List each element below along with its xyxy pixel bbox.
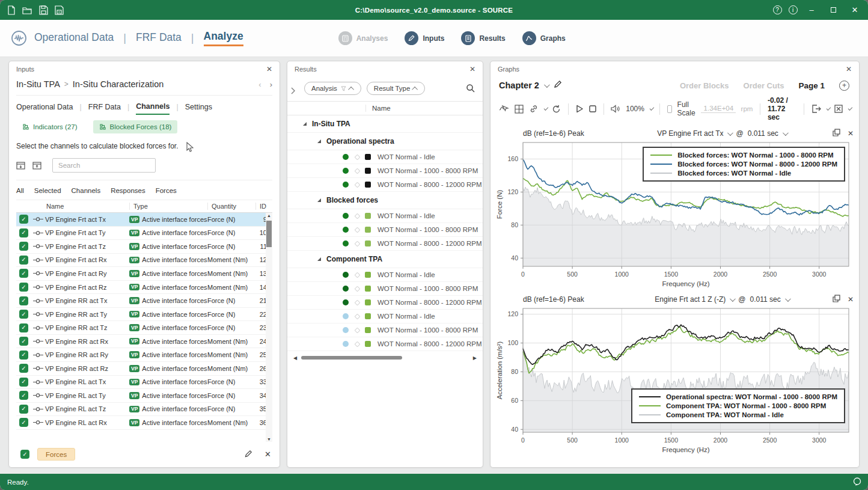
page-label[interactable]: Page 1 (798, 81, 825, 90)
diamond-icon[interactable] (355, 299, 361, 305)
collapse-triangle-icon[interactable] (317, 257, 321, 261)
tab-operational-data[interactable]: Operational Data (16, 103, 73, 114)
table-row[interactable]: ✓VP Engine RR act TxVPActive interface f… (16, 294, 266, 308)
tree-item[interactable]: WOT Normal - 1000 - 8000 RPM (287, 223, 483, 237)
row-checkbox[interactable]: ✓ (19, 405, 28, 414)
tree-item[interactable]: WOT Normal - 8000 - 12000 RPM (287, 296, 483, 310)
vertical-scrollbar[interactable]: ▲ ▼ (266, 213, 272, 442)
tree-group[interactable]: Blocked forces (287, 192, 483, 209)
row-checkbox[interactable]: ✓ (19, 215, 28, 224)
hscrollbar-thumb[interactable] (301, 356, 402, 360)
search-input[interactable] (52, 158, 156, 173)
chapter-dropdown[interactable]: Chapter 2 (499, 81, 548, 90)
scroll-up-icon[interactable]: ▲ (266, 213, 272, 218)
filter-selected[interactable]: Selected (34, 187, 61, 194)
maximize-button[interactable] (824, 2, 843, 18)
results-button[interactable]: Results (461, 31, 505, 45)
breadcrumb-parent[interactable]: In-Situ TPA (16, 79, 60, 89)
diamond-icon[interactable] (355, 182, 361, 188)
scrollbar-thumb[interactable] (266, 221, 272, 247)
save-as-icon[interactable] (55, 5, 64, 15)
row-checkbox[interactable]: ✓ (19, 256, 28, 265)
row-checkbox[interactable]: ✓ (19, 323, 28, 332)
inputs-close-icon[interactable]: ✕ (265, 65, 274, 73)
breadcrumb-back-icon[interactable]: ‹ (258, 80, 261, 89)
nav-tab-analyze[interactable]: Analyze (204, 30, 243, 46)
acceleration-spectrum-chart[interactable]: 050010001500200025003000406080100120Freq… (495, 305, 855, 455)
add-page-icon[interactable]: + (839, 81, 849, 91)
channel-selector[interactable]: VP Engine Frt act Tx (657, 129, 723, 138)
nav-tab-operational-data[interactable]: Operational Data (34, 31, 114, 46)
deselect-icon[interactable] (834, 105, 843, 113)
scroll-right-icon[interactable]: ▶ (473, 355, 477, 361)
tab-frf-data[interactable]: FRF Data (88, 103, 121, 114)
link-icon[interactable] (529, 105, 539, 113)
collapse-triangle-icon[interactable] (317, 139, 321, 143)
play-icon[interactable] (576, 105, 584, 113)
breadcrumb-forward-icon[interactable]: › (270, 80, 272, 89)
table-row[interactable]: ✓VP Engine RL act TxVPActive interface f… (16, 376, 266, 390)
full-scale-checkbox[interactable] (667, 105, 672, 113)
horizontal-scrollbar[interactable]: ◀ ▶ (293, 355, 477, 361)
tab-channels[interactable]: Channels (136, 102, 170, 115)
channel-selector[interactable]: Engine Frt act 1 Z (-Z) (655, 295, 726, 304)
stop-icon[interactable] (589, 105, 596, 112)
tree-root[interactable]: In-Situ TPA (287, 115, 483, 133)
link-chevron-icon[interactable] (544, 106, 549, 111)
inputs-button[interactable]: Inputs (405, 31, 444, 45)
collapse-all-icon[interactable] (16, 161, 25, 170)
tree-group[interactable]: Component TPA (287, 251, 483, 268)
row-checkbox[interactable]: ✓ (19, 351, 28, 360)
chevron-down-icon[interactable] (727, 130, 733, 136)
diamond-icon[interactable] (355, 313, 361, 319)
close-button[interactable]: ✕ (845, 2, 864, 18)
table-row[interactable]: ✓VP Engine RL act RxVPActive interface f… (16, 416, 266, 430)
new-file-icon[interactable] (7, 5, 16, 15)
cursor-tool-icon[interactable] (499, 104, 509, 114)
table-row[interactable]: ✓VP Engine RR act TyVPActive interface f… (16, 308, 266, 322)
diamond-icon[interactable] (355, 240, 361, 247)
deselect-chevron-icon[interactable] (848, 106, 852, 111)
table-row[interactable]: ✓VP Engine Frt act RxVPActive interface … (16, 254, 266, 268)
tree-group[interactable]: Operational spectra (287, 133, 483, 150)
diamond-icon[interactable] (355, 286, 361, 292)
grid-layout-icon[interactable] (515, 105, 524, 114)
tab-settings[interactable]: Settings (185, 103, 212, 114)
notification-bubble-icon[interactable] (852, 477, 862, 488)
expand-panel-icon[interactable] (290, 87, 296, 97)
table-row[interactable]: ✓VP Engine RR act RxVPActive interface f… (16, 335, 266, 349)
diamond-icon[interactable] (355, 327, 361, 333)
table-row[interactable]: ✓VP Engine Frt act RyVPActive interface … (16, 267, 266, 281)
diamond-icon[interactable] (355, 213, 361, 219)
blocked-forces-chip[interactable]: Blocked Forces (18) (93, 120, 178, 133)
export-icon[interactable] (811, 105, 821, 113)
filter-responses[interactable]: Responses (111, 187, 145, 194)
table-row[interactable]: ✓VP Engine Frt act TxVPActive interface … (16, 213, 266, 227)
diamond-icon[interactable] (355, 168, 361, 174)
copy-chart-icon[interactable] (833, 129, 840, 138)
help-icon[interactable]: ? (771, 4, 784, 17)
filter-forces[interactable]: Forces (156, 187, 177, 194)
forces-tag[interactable]: Forces (37, 448, 75, 461)
close-chart-icon[interactable]: ✕ (848, 295, 854, 304)
nav-tab-frf-data[interactable]: FRF Data (136, 31, 182, 46)
row-checkbox[interactable]: ✓ (19, 391, 28, 400)
graphs-close-icon[interactable]: ✕ (845, 65, 853, 73)
chevron-down-icon[interactable] (730, 296, 736, 302)
scroll-down-icon[interactable]: ▼ (266, 437, 272, 441)
tree-item[interactable]: WOT Normal - 1000 - 8000 RPM (287, 164, 483, 178)
tree-item[interactable]: WOT Normal - 1000 - 8000 RPM (287, 282, 483, 296)
volume-value[interactable]: 100% (626, 105, 644, 113)
results-close-icon[interactable]: ✕ (468, 65, 477, 73)
tree-item[interactable]: WOT Normal - 8000 - 12000 RPM (287, 178, 483, 192)
rpm-input[interactable]: 1.34E+04 (701, 105, 736, 113)
table-row[interactable]: ✓VP Engine RL act TzVPActive interface f… (16, 403, 266, 417)
row-checkbox[interactable]: ✓ (19, 310, 28, 319)
diamond-icon[interactable] (355, 272, 361, 278)
row-checkbox[interactable]: ✓ (19, 378, 28, 387)
tree-item[interactable]: WOT Normal - 1000 - 8000 RPM (287, 323, 483, 337)
copy-chart-icon[interactable] (833, 295, 840, 304)
clear-icon[interactable]: ✕ (264, 450, 271, 459)
row-checkbox[interactable]: ✓ (19, 228, 28, 237)
graphs-button[interactable]: Graphs (522, 31, 566, 45)
